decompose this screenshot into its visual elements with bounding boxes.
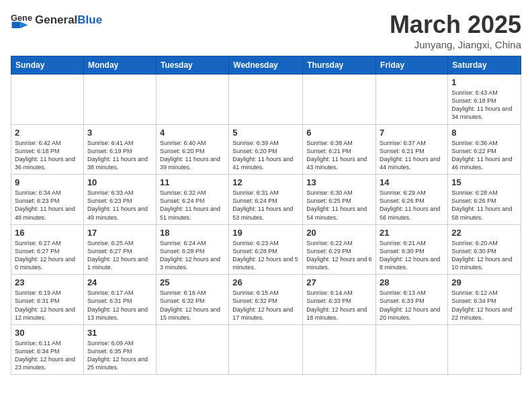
day-number: 30 [15,328,80,338]
day-info: Sunrise: 6:36 AM Sunset: 6:22 PM Dayligh… [451,139,517,172]
calendar-cell: 20Sunrise: 6:22 AM Sunset: 6:29 PM Dayli… [303,224,376,275]
calendar-cell: 28Sunrise: 6:13 AM Sunset: 6:33 PM Dayli… [376,275,448,325]
calendar-cell [83,75,156,125]
calendar-cell: 13Sunrise: 6:30 AM Sunset: 6:25 PM Dayli… [303,175,376,225]
day-number: 26 [232,277,299,287]
day-number: 16 [15,228,80,238]
calendar-cell: 23Sunrise: 6:19 AM Sunset: 6:31 PM Dayli… [11,275,84,325]
day-info: Sunrise: 6:16 AM Sunset: 6:32 PM Dayligh… [160,289,225,322]
weekday-header-wednesday: Wednesday [229,56,303,75]
calendar-week-6: 30Sunrise: 6:11 AM Sunset: 6:34 PM Dayli… [11,324,521,375]
day-number: 9 [15,177,80,187]
svg-marker-2 [20,21,28,28]
day-info: Sunrise: 6:42 AM Sunset: 6:18 PM Dayligh… [15,139,80,172]
day-number: 10 [87,177,152,187]
calendar-cell: 26Sunrise: 6:15 AM Sunset: 6:32 PM Dayli… [229,275,303,325]
calendar-cell [303,75,376,125]
weekday-header-row: SundayMondayTuesdayWednesdayThursdayFrid… [11,56,521,75]
day-info: Sunrise: 6:12 AM Sunset: 6:34 PM Dayligh… [451,289,517,322]
calendar-cell: 18Sunrise: 6:24 AM Sunset: 6:28 PM Dayli… [156,224,228,275]
day-number: 18 [160,228,225,238]
day-number: 21 [380,228,444,238]
day-number: 6 [306,128,372,138]
calendar-cell [156,324,228,375]
calendar-cell: 22Sunrise: 6:20 AM Sunset: 6:30 PM Dayli… [448,224,521,275]
calendar-cell: 15Sunrise: 6:28 AM Sunset: 6:26 PM Dayli… [448,175,521,225]
logo-general-text: GeneralBlue [35,13,102,27]
calendar-week-4: 16Sunrise: 6:27 AM Sunset: 6:27 PM Dayli… [11,224,521,275]
calendar-cell: 29Sunrise: 6:12 AM Sunset: 6:34 PM Dayli… [448,275,521,325]
calendar-cell [303,324,376,375]
calendar-cell [448,324,521,375]
day-number: 22 [451,228,517,238]
day-number: 29 [451,277,517,287]
day-number: 14 [380,177,444,187]
day-info: Sunrise: 6:37 AM Sunset: 6:21 PM Dayligh… [380,139,444,172]
day-info: Sunrise: 6:24 AM Sunset: 6:28 PM Dayligh… [160,239,225,272]
page-header: General GeneralBlue March 2025 Junyang, … [11,11,521,50]
calendar-week-2: 2Sunrise: 6:42 AM Sunset: 6:18 PM Daylig… [11,124,521,175]
calendar-cell: 25Sunrise: 6:16 AM Sunset: 6:32 PM Dayli… [156,275,228,325]
calendar-cell: 17Sunrise: 6:25 AM Sunset: 6:27 PM Dayli… [83,224,156,275]
calendar-cell: 2Sunrise: 6:42 AM Sunset: 6:18 PM Daylig… [11,124,84,175]
day-info: Sunrise: 6:43 AM Sunset: 6:18 PM Dayligh… [451,89,517,122]
day-number: 7 [380,128,444,138]
calendar-cell [156,75,228,125]
day-info: Sunrise: 6:28 AM Sunset: 6:26 PM Dayligh… [451,189,517,222]
day-info: Sunrise: 6:21 AM Sunset: 6:30 PM Dayligh… [380,239,444,272]
calendar-cell: 7Sunrise: 6:37 AM Sunset: 6:21 PM Daylig… [376,124,448,175]
svg-text:General: General [11,13,32,23]
calendar-cell: 31Sunrise: 6:09 AM Sunset: 6:35 PM Dayli… [83,324,156,375]
day-number: 20 [306,228,372,238]
day-info: Sunrise: 6:11 AM Sunset: 6:34 PM Dayligh… [15,339,80,372]
calendar-cell: 11Sunrise: 6:32 AM Sunset: 6:24 PM Dayli… [156,175,228,225]
day-info: Sunrise: 6:13 AM Sunset: 6:33 PM Dayligh… [380,289,444,322]
calendar-cell: 4Sunrise: 6:40 AM Sunset: 6:20 PM Daylig… [156,124,228,175]
day-info: Sunrise: 6:25 AM Sunset: 6:27 PM Dayligh… [87,239,152,272]
day-number: 28 [380,277,444,287]
day-info: Sunrise: 6:17 AM Sunset: 6:31 PM Dayligh… [87,289,152,322]
day-info: Sunrise: 6:19 AM Sunset: 6:31 PM Dayligh… [15,289,80,322]
day-info: Sunrise: 6:14 AM Sunset: 6:33 PM Dayligh… [306,289,372,322]
weekday-header-saturday: Saturday [448,56,521,75]
day-info: Sunrise: 6:23 AM Sunset: 6:28 PM Dayligh… [232,239,299,272]
day-info: Sunrise: 6:27 AM Sunset: 6:27 PM Dayligh… [15,239,80,272]
calendar-cell: 6Sunrise: 6:38 AM Sunset: 6:21 PM Daylig… [303,124,376,175]
calendar-cell: 3Sunrise: 6:41 AM Sunset: 6:19 PM Daylig… [83,124,156,175]
calendar-cell [11,75,84,125]
day-number: 5 [232,128,299,138]
day-number: 17 [87,228,152,238]
day-info: Sunrise: 6:09 AM Sunset: 6:35 PM Dayligh… [87,339,152,372]
calendar-cell [376,324,448,375]
calendar-week-3: 9Sunrise: 6:34 AM Sunset: 6:23 PM Daylig… [11,175,521,225]
calendar-cell: 21Sunrise: 6:21 AM Sunset: 6:30 PM Dayli… [376,224,448,275]
calendar-cell: 14Sunrise: 6:29 AM Sunset: 6:26 PM Dayli… [376,175,448,225]
calendar-cell: 30Sunrise: 6:11 AM Sunset: 6:34 PM Dayli… [11,324,84,375]
month-title: March 2025 [390,11,521,39]
day-info: Sunrise: 6:20 AM Sunset: 6:30 PM Dayligh… [451,239,517,272]
day-number: 1 [451,77,517,87]
day-info: Sunrise: 6:32 AM Sunset: 6:24 PM Dayligh… [160,189,225,222]
location: Junyang, Jiangxi, China [390,39,521,50]
calendar-cell: 24Sunrise: 6:17 AM Sunset: 6:31 PM Dayli… [83,275,156,325]
calendar-cell: 5Sunrise: 6:39 AM Sunset: 6:20 PM Daylig… [229,124,303,175]
weekday-header-thursday: Thursday [303,56,376,75]
calendar-cell: 27Sunrise: 6:14 AM Sunset: 6:33 PM Dayli… [303,275,376,325]
day-info: Sunrise: 6:40 AM Sunset: 6:20 PM Dayligh… [160,139,225,172]
calendar-week-5: 23Sunrise: 6:19 AM Sunset: 6:31 PM Dayli… [11,275,521,325]
calendar-body: 1Sunrise: 6:43 AM Sunset: 6:18 PM Daylig… [11,75,521,375]
day-info: Sunrise: 6:41 AM Sunset: 6:19 PM Dayligh… [87,139,152,172]
day-number: 11 [160,177,225,187]
day-info: Sunrise: 6:30 AM Sunset: 6:25 PM Dayligh… [306,189,372,222]
calendar-cell: 1Sunrise: 6:43 AM Sunset: 6:18 PM Daylig… [448,75,521,125]
calendar-cell: 19Sunrise: 6:23 AM Sunset: 6:28 PM Dayli… [229,224,303,275]
day-number: 15 [451,177,517,187]
day-number: 27 [306,277,372,287]
day-info: Sunrise: 6:33 AM Sunset: 6:23 PM Dayligh… [87,189,152,222]
day-number: 8 [451,128,517,138]
day-info: Sunrise: 6:22 AM Sunset: 6:29 PM Dayligh… [306,239,372,272]
logo: General GeneralBlue [11,11,102,30]
weekday-header-sunday: Sunday [11,56,84,75]
day-info: Sunrise: 6:39 AM Sunset: 6:20 PM Dayligh… [232,139,299,172]
calendar-week-1: 1Sunrise: 6:43 AM Sunset: 6:18 PM Daylig… [11,75,521,125]
